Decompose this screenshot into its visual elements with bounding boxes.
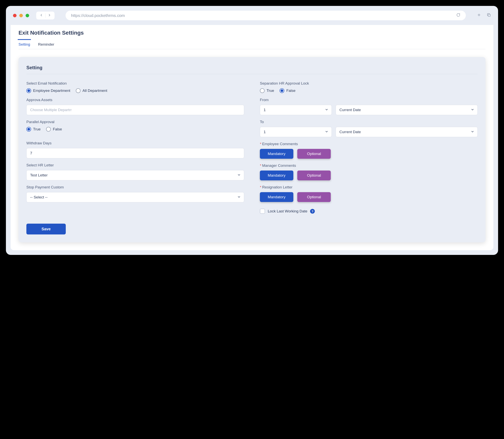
settings-card: Setting Select Email Notification Employ…: [18, 57, 486, 242]
label-manager-comments: *Manager Comments: [260, 163, 478, 168]
field-parallel-approval: Parallel Approval True False: [26, 120, 244, 132]
nav-button-group: [36, 12, 54, 19]
new-tab-icon[interactable]: [477, 13, 481, 18]
radio-icon: [46, 127, 51, 132]
btn-manager-optional[interactable]: Optional: [297, 171, 331, 180]
radio-label: False: [53, 127, 62, 131]
field-email-notification: Select Email Notification Employee Depar…: [26, 81, 244, 93]
browser-chrome: https://cloud.pockethrms.com: [6, 6, 498, 25]
select-from-date[interactable]: Current Date: [336, 105, 478, 115]
browser-actions: [477, 13, 491, 18]
label-withdraw-days: Withdraw Days: [26, 141, 244, 145]
radio-label: Employee Department: [33, 88, 70, 93]
save-button[interactable]: Save: [26, 224, 66, 234]
field-to: To 1 Current Date: [260, 120, 478, 137]
left-column: Select Email Notification Employee Depar…: [26, 81, 244, 214]
field-resignation-letter: *Resignation Letter Mandatory Optional: [260, 185, 478, 202]
page-content: Exit Notification Settings Setting Remin…: [11, 25, 493, 250]
radio-label: False: [286, 88, 295, 93]
radio-parallel-true[interactable]: True: [26, 127, 40, 132]
tab-setting[interactable]: Setting: [18, 40, 30, 49]
svg-rect-2: [488, 14, 490, 16]
maximize-window-icon[interactable]: [26, 14, 29, 17]
label-email-notification: Select Email Notification: [26, 81, 244, 85]
radio-label: True: [267, 88, 274, 93]
btn-resignation-mandatory[interactable]: Mandatory: [260, 192, 293, 202]
url-text: https://cloud.pockethrms.com: [71, 13, 125, 18]
field-withdraw-days: Withdraw Days: [26, 141, 244, 158]
field-manager-comments: *Manager Comments Mandatory Optional: [260, 163, 478, 180]
form-grid: Select Email Notification Employee Depar…: [26, 81, 478, 214]
radio-parallel-false[interactable]: False: [46, 127, 62, 132]
btn-employee-optional[interactable]: Optional: [297, 149, 331, 159]
radio-label: All Department: [82, 88, 107, 93]
radio-group-email-notification: Employee Department All Department: [26, 88, 244, 93]
forward-button[interactable]: [47, 13, 52, 18]
traffic-lights: [13, 14, 29, 17]
copy-icon[interactable]: [487, 13, 491, 18]
label-resignation-letter: *Resignation Letter: [260, 185, 478, 189]
input-withdraw-days[interactable]: [26, 148, 244, 158]
label-to: To: [260, 120, 478, 124]
right-column: Separation HR Approval Lock True False: [260, 81, 478, 214]
field-lock-last-working: Lock Last Working Date ?: [260, 209, 478, 214]
select-stop-payment[interactable]: -- Select --: [26, 192, 244, 202]
reload-icon[interactable]: [456, 13, 460, 18]
field-stop-payment: Stop Payment Custom -- Select --: [26, 185, 244, 202]
radio-employee-department[interactable]: Employee Department: [26, 88, 70, 93]
radio-group-parallel-approval: True False: [26, 127, 244, 132]
input-approva-assets[interactable]: [26, 105, 244, 115]
field-hr-letter: Select HR Letter Test Letter: [26, 163, 244, 180]
label-from: From: [260, 98, 478, 102]
btn-resignation-optional[interactable]: Optional: [297, 192, 331, 202]
checkbox-lock-last-working[interactable]: [260, 209, 265, 214]
label-approval-lock: Separation HR Approval Lock: [260, 81, 478, 85]
radio-icon: [260, 88, 265, 93]
field-approva-assets: Approva Assets: [26, 98, 244, 115]
btn-manager-mandatory[interactable]: Mandatory: [260, 171, 293, 180]
help-icon[interactable]: ?: [310, 209, 315, 214]
browser-window: https://cloud.pockethrms.com Exit Notifi…: [6, 6, 498, 255]
field-employee-comments: *Employee Comments Mandatory Optional: [260, 142, 478, 159]
radio-icon: [26, 88, 31, 93]
page-title: Exit Notification Settings: [18, 30, 486, 36]
label-parallel-approval: Parallel Approval: [26, 120, 244, 124]
radio-icon: [76, 88, 80, 93]
tabs: Setting Reminder: [18, 40, 486, 49]
back-button[interactable]: [39, 13, 44, 18]
field-from: From 1 Current Date: [260, 98, 478, 115]
radio-all-department[interactable]: All Department: [76, 88, 107, 93]
label-employee-comments: *Employee Comments: [260, 142, 478, 146]
btn-employee-mandatory[interactable]: Mandatory: [260, 149, 293, 159]
select-from-num[interactable]: 1: [260, 105, 332, 115]
radio-lock-false[interactable]: False: [280, 88, 295, 93]
tab-reminder[interactable]: Reminder: [38, 40, 54, 49]
field-approval-lock: Separation HR Approval Lock True False: [260, 81, 478, 93]
radio-icon: [280, 88, 284, 93]
select-hr-letter[interactable]: Test Letter: [26, 170, 244, 180]
radio-label: True: [33, 127, 40, 131]
radio-group-approval-lock: True False: [260, 88, 478, 93]
url-bar[interactable]: https://cloud.pockethrms.com: [65, 11, 466, 20]
label-stop-payment: Stop Payment Custom: [26, 185, 244, 189]
label-approva-assets: Approva Assets: [26, 98, 244, 102]
card-title: Setting: [26, 65, 478, 74]
label-lock-last-working: Lock Last Working Date: [268, 209, 307, 213]
radio-lock-true[interactable]: True: [260, 88, 274, 93]
close-window-icon[interactable]: [13, 14, 16, 17]
label-hr-letter: Select HR Letter: [26, 163, 244, 167]
radio-icon: [26, 127, 31, 132]
select-to-num[interactable]: 1: [260, 127, 332, 137]
select-to-date[interactable]: Current Date: [336, 127, 478, 137]
minimize-window-icon[interactable]: [19, 14, 23, 17]
